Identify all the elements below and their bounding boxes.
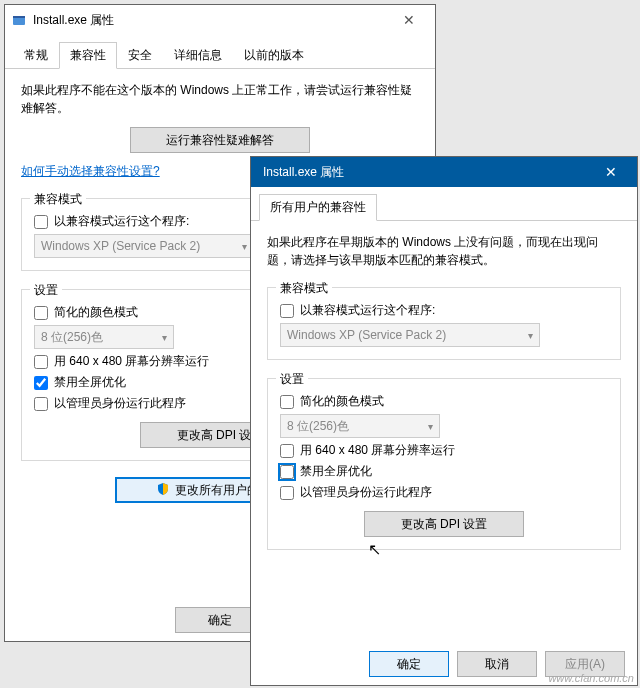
close-icon: ✕ <box>403 12 415 28</box>
settings-legend: 设置 <box>276 371 308 388</box>
chevron-down-icon: ▾ <box>162 332 167 343</box>
compat-mode-group: 兼容模式 以兼容模式运行这个程序: Windows XP (Service Pa… <box>267 287 621 360</box>
watermark: www.cfan.com.cn <box>548 672 634 684</box>
run-as-admin-checkbox[interactable] <box>280 486 294 500</box>
settings-legend: 设置 <box>30 282 62 299</box>
intro-text: 如果此程序不能在这个版本的 Windows 上正常工作，请尝试运行兼容性疑难解答… <box>21 81 419 117</box>
run-as-admin-label: 以管理员身份运行此程序 <box>54 395 186 412</box>
res-640-row[interactable]: 用 640 x 480 屏幕分辨率运行 <box>280 442 608 459</box>
cancel-button[interactable]: 取消 <box>457 651 537 677</box>
disable-fullscreen-checkbox[interactable] <box>34 376 48 390</box>
reduced-color-label: 简化的颜色模式 <box>300 393 384 410</box>
compat-mode-checkbox[interactable] <box>280 304 294 318</box>
res-640-label: 用 640 x 480 屏幕分辨率运行 <box>300 442 455 459</box>
compat-mode-select-value: Windows XP (Service Pack 2) <box>287 328 446 342</box>
app-icon <box>11 12 27 28</box>
compat-mode-select-value: Windows XP (Service Pack 2) <box>41 239 200 253</box>
compat-mode-select[interactable]: Windows XP (Service Pack 2) ▾ <box>34 234 254 258</box>
tab-compatibility[interactable]: 兼容性 <box>59 42 117 69</box>
close-button[interactable]: ✕ <box>591 158 631 186</box>
reduced-color-checkbox[interactable] <box>280 395 294 409</box>
tab-details[interactable]: 详细信息 <box>163 42 233 69</box>
disable-fullscreen-checkbox[interactable] <box>280 465 294 479</box>
reduced-color-checkbox[interactable] <box>34 306 48 320</box>
body-front: 如果此程序在早期版本的 Windows 上没有问题，而现在出现问题，请选择与该早… <box>251 221 637 643</box>
run-as-admin-row[interactable]: 以管理员身份运行此程序 <box>280 484 608 501</box>
disable-fullscreen-row[interactable]: 禁用全屏优化 <box>280 463 608 480</box>
dpi-settings-button[interactable]: 更改高 DPI 设置 <box>364 511 524 537</box>
chevron-down-icon: ▾ <box>528 330 533 341</box>
tab-security[interactable]: 安全 <box>117 42 163 69</box>
compat-mode-label: 以兼容模式运行这个程序: <box>300 302 435 319</box>
tabstrip-back: 常规 兼容性 安全 详细信息 以前的版本 <box>5 35 435 69</box>
close-button[interactable]: ✕ <box>389 6 429 34</box>
titlebar-front: Install.exe 属性 ✕ <box>251 157 637 187</box>
chevron-down-icon: ▾ <box>428 421 433 432</box>
ok-button[interactable]: 确定 <box>369 651 449 677</box>
reduced-color-row[interactable]: 简化的颜色模式 <box>280 393 608 410</box>
compat-mode-label: 以兼容模式运行这个程序: <box>54 213 189 230</box>
close-icon: ✕ <box>605 164 617 180</box>
res-640-label: 用 640 x 480 屏幕分辨率运行 <box>54 353 209 370</box>
run-as-admin-checkbox[interactable] <box>34 397 48 411</box>
window-title: Install.exe 属性 <box>257 164 591 181</box>
run-as-admin-label: 以管理员身份运行此程序 <box>300 484 432 501</box>
tabstrip-front: 所有用户的兼容性 <box>251 187 637 221</box>
compat-mode-checkbox[interactable] <box>34 215 48 229</box>
color-mode-select[interactable]: 8 位(256)色 ▾ <box>280 414 440 438</box>
settings-group: 设置 简化的颜色模式 8 位(256)色 ▾ 用 640 x 480 屏幕分辨率… <box>267 378 621 550</box>
compat-legend: 兼容模式 <box>276 280 332 297</box>
troubleshoot-button[interactable]: 运行兼容性疑难解答 <box>130 127 310 153</box>
properties-window-front: Install.exe 属性 ✕ 所有用户的兼容性 如果此程序在早期版本的 Wi… <box>250 156 638 686</box>
tab-all-users-compat[interactable]: 所有用户的兼容性 <box>259 194 377 221</box>
disable-fullscreen-label: 禁用全屏优化 <box>54 374 126 391</box>
compat-mode-select[interactable]: Windows XP (Service Pack 2) ▾ <box>280 323 540 347</box>
disable-fullscreen-label: 禁用全屏优化 <box>300 463 372 480</box>
color-mode-value: 8 位(256)色 <box>41 329 103 346</box>
res-640-checkbox[interactable] <box>280 444 294 458</box>
svg-rect-1 <box>13 16 25 18</box>
compat-legend: 兼容模式 <box>30 191 86 208</box>
compat-mode-checkbox-row[interactable]: 以兼容模式运行这个程序: <box>280 302 608 319</box>
color-mode-select[interactable]: 8 位(256)色 ▾ <box>34 325 174 349</box>
chevron-down-icon: ▾ <box>242 241 247 252</box>
res-640-checkbox[interactable] <box>34 355 48 369</box>
titlebar-back: Install.exe 属性 ✕ <box>5 5 435 35</box>
tab-general[interactable]: 常规 <box>13 42 59 69</box>
window-title: Install.exe 属性 <box>33 12 389 29</box>
shield-icon <box>157 483 169 498</box>
reduced-color-label: 简化的颜色模式 <box>54 304 138 321</box>
color-mode-value: 8 位(256)色 <box>287 418 349 435</box>
tab-previous[interactable]: 以前的版本 <box>233 42 315 69</box>
intro-text: 如果此程序在早期版本的 Windows 上没有问题，而现在出现问题，请选择与该早… <box>267 233 621 269</box>
